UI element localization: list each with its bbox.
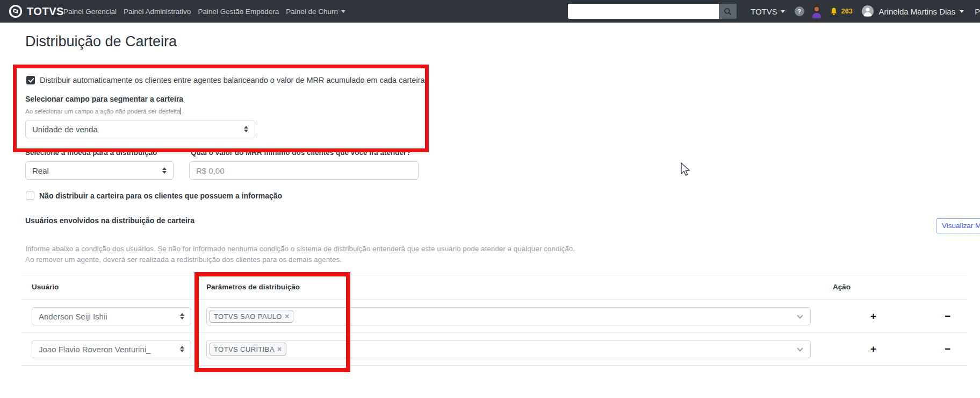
totvs-logo-icon [9, 4, 23, 18]
currency-select[interactable]: Real [25, 161, 174, 180]
menu-painel-administrativo[interactable]: Painel Administrativo [124, 8, 191, 16]
remove-agent-button[interactable]: − [945, 344, 950, 354]
remove-tag-icon[interactable]: × [277, 345, 282, 353]
select-updown-icon [180, 346, 184, 352]
chevron-down-icon [781, 10, 785, 13]
column-header-acao: Ação [833, 283, 851, 291]
top-navbar: TOTVS Painel Gerencial Painel Administra… [0, 0, 980, 23]
menu-painel-gestao-empodera[interactable]: Painel Gestão Empodera [198, 8, 279, 16]
navbar-right-cluster: TOTVS ? 263 [568, 0, 980, 23]
tag-chip: TOTVS SAO PAULO × [210, 310, 293, 323]
mrr-min-label: Qual o valor do MRR mínimo dos clientes … [191, 148, 411, 157]
select-updown-icon [180, 313, 184, 319]
auto-distribute-checkbox[interactable] [26, 76, 35, 84]
user-select-row2[interactable]: Joao Flavio Roveron Venturini_ [32, 340, 191, 358]
no-distribute-checkbox[interactable] [26, 191, 34, 200]
text-caret [181, 108, 181, 115]
users-section-title: Usuários envolvidos na distribuição de c… [25, 216, 194, 225]
user-select-row1[interactable]: Anderson Seiji Ishii [32, 307, 191, 325]
auto-distribute-label: Distribuir automaticamente os clientes e… [40, 76, 425, 84]
users-help-line1: Informe abaixo a condição dos usuários. … [25, 245, 575, 253]
distribuicao-carteira-page: TOTVS Painel Gerencial Painel Administra… [0, 0, 980, 398]
remove-agent-button[interactable]: − [945, 311, 950, 321]
users-help-line2: Ao remover um agente, deverá ser realiza… [25, 255, 342, 264]
brand-name: TOTVS [27, 5, 64, 18]
table-top-border [21, 275, 967, 275]
select-updown-icon [244, 126, 248, 132]
params-tagfield-row2[interactable]: TOTVS CURITIBA × [206, 340, 811, 358]
chevron-down-icon [341, 10, 345, 13]
mrr-min-input[interactable] [189, 161, 419, 180]
currency-label: Selecione a moeda para a distribuição [25, 148, 157, 157]
search-button[interactable] [719, 4, 737, 19]
menu-painel-gerencial[interactable]: Painel Gerencial [63, 8, 117, 16]
add-agent-button[interactable]: + [870, 311, 876, 321]
column-header-parametros: Parâmetros de distribuição [206, 283, 300, 291]
chevron-down-icon [797, 312, 803, 318]
table-header-border [21, 299, 967, 300]
segment-field-label: Selecionar campo para segmentar a cartei… [25, 95, 183, 103]
bell-icon [830, 7, 838, 16]
totvs-brand[interactable]: TOTVS [9, 0, 64, 23]
visualizar-mrr-button[interactable]: Visualizar MRR [936, 218, 980, 233]
search-input[interactable] [568, 4, 719, 19]
mouse-cursor [680, 162, 691, 180]
help-icon[interactable]: ? [795, 6, 804, 16]
user-avatar[interactable] [862, 5, 874, 17]
org-dropdown[interactable]: TOTVS [751, 7, 785, 16]
segment-field-select[interactable]: Unidade de venda [25, 120, 255, 138]
add-agent-button[interactable]: + [870, 344, 876, 354]
row-divider [21, 332, 967, 333]
search-icon [724, 8, 732, 16]
main-menu: Painel Gerencial Painel Administrativo P… [63, 0, 345, 23]
chevron-down-icon [960, 10, 964, 13]
column-header-usuario: Usuário [32, 283, 59, 291]
no-distribute-label: Não distribuir a carteira para os client… [39, 191, 282, 200]
language-selector[interactable]: PT-BR [975, 7, 980, 16]
menu-painel-de-churn[interactable]: Painel de Churn [286, 8, 345, 16]
chevron-down-icon [797, 345, 803, 351]
notifications-count-badge: 263 [841, 8, 853, 15]
params-tagfield-row1[interactable]: TOTVS SAO PAULO × [206, 307, 811, 325]
user-menu[interactable]: Arinelda Martins Dias [879, 7, 964, 16]
mood-avatar-icon[interactable] [811, 5, 822, 18]
notifications-button[interactable]: 263 [830, 7, 853, 16]
table-bottom-border [21, 365, 967, 366]
tag-chip: TOTVS CURITIBA × [210, 343, 286, 356]
segment-field-helper: Ao selecionar um campo a ação não poderá… [25, 108, 181, 115]
page-title: Distribuição de Carteira [25, 33, 177, 50]
remove-tag-icon[interactable]: × [285, 312, 290, 320]
select-updown-icon [162, 167, 167, 174]
